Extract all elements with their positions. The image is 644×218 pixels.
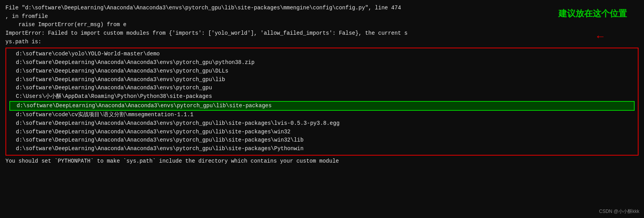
error-line-4: ImportError: Failed to import custom mod… [5, 29, 639, 38]
path-line-6: C:\Users\小小酥\AppData\Roaming\Python\Pyth… [9, 92, 635, 101]
path-line-4: d:\software\DeepLearning\Anaconda\Anacon… [9, 76, 635, 84]
path-line-12: d:\software\DeepLearning\Anaconda\Anacon… [9, 145, 635, 153]
path-list-box: 建议放在这个位置 ← d:\software\code\yolo\YOLO-Wo… [5, 48, 639, 155]
terminal-output: File "d:\software\DeepLearning\Anaconda\… [5, 4, 639, 165]
path-line-5: d:\software\DeepLearning\Anaconda\Anacon… [9, 84, 635, 92]
path-line-8: d:\software\code\cv实战项目\语义分割\mmsegmentat… [9, 111, 635, 119]
highlighted-path: d:\software\DeepLearning\Anaconda\Anacon… [9, 101, 635, 111]
path-line-3: d:\software\DeepLearning\Anaconda\Anacon… [9, 67, 635, 76]
error-line-1: File "d:\software\DeepLearning\Anaconda\… [5, 4, 639, 12]
path-line-11: d:\software\DeepLearning\Anaconda\Anacon… [9, 136, 635, 145]
path-line-9: d:\software\DeepLearning\Anaconda\Anacon… [9, 119, 635, 128]
annotation-text: 建议放在这个位置 [558, 7, 627, 20]
path-line-10: d:\software\DeepLearning\Anaconda\Anacon… [9, 128, 635, 136]
arrow-icon: ← [597, 28, 604, 45]
error-line-3: raise ImportError(err_msg) from e [5, 21, 639, 29]
path-line-1: d:\software\code\yolo\YOLO-World-master\… [9, 50, 635, 58]
error-line-5: ys.path is: [5, 38, 639, 46]
watermark: CSDN @小小酥kkk [599, 208, 639, 215]
error-line-2: , in fromfile [5, 12, 639, 21]
bottom-line: You should set `PYTHONPATH` to make `sys… [5, 157, 639, 166]
path-line-2: d:\software\DeepLearning\Anaconda\Anacon… [9, 58, 635, 67]
